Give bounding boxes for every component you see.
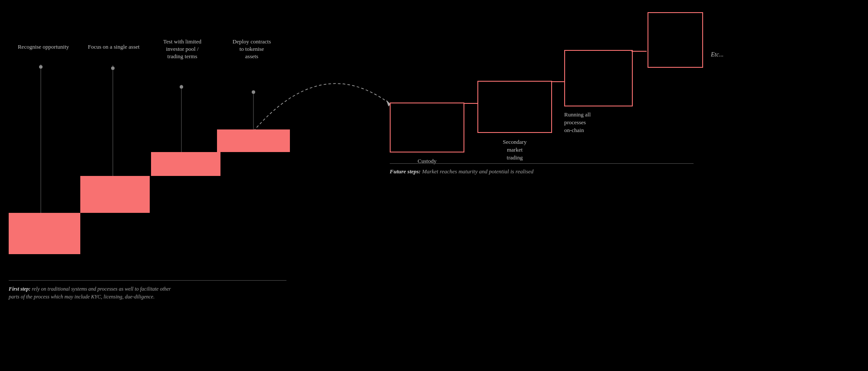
future-divider — [390, 163, 694, 164]
future-note-bold: Future steps: — [390, 168, 421, 175]
secondary-market-label: Secondarymarkettrading — [477, 138, 552, 162]
bottom-note-text: rely on traditional systems and processe… — [9, 286, 171, 300]
running-all-label: Running allprocesseson-chain — [564, 111, 633, 135]
step3-block — [151, 152, 220, 176]
secondary-market-block — [477, 81, 552, 133]
chart-container: Recognise opportunity Focus on a single … — [0, 0, 868, 371]
bottom-note: First step: rely on traditional systems … — [9, 285, 295, 301]
svg-point-4 — [39, 65, 43, 69]
future-note: Future steps: Market reaches maturity an… — [390, 168, 694, 176]
etc-label: Etc... — [711, 51, 723, 58]
bottom-divider — [9, 280, 286, 281]
step4-block — [217, 129, 290, 152]
svg-point-7 — [252, 90, 255, 94]
svg-point-5 — [111, 66, 115, 70]
step3-label: Test with limitedinvestor pool /trading … — [154, 38, 210, 60]
etc-block — [648, 12, 703, 68]
step2-label: Focus on a single asset — [83, 43, 144, 51]
custody-block — [390, 103, 464, 152]
step2-block — [80, 176, 150, 213]
step4-label: Deploy contractsto tokeniseassets — [221, 38, 282, 60]
future-note-text: Market reaches maturity and potential is… — [422, 168, 533, 175]
custody-label: Custody — [390, 157, 464, 165]
bottom-note-bold: First step: — [9, 286, 30, 292]
step1-block — [9, 213, 80, 254]
running-all-block — [564, 50, 633, 106]
svg-point-6 — [180, 85, 183, 89]
step1-label: Recognise opportunity — [17, 43, 69, 51]
